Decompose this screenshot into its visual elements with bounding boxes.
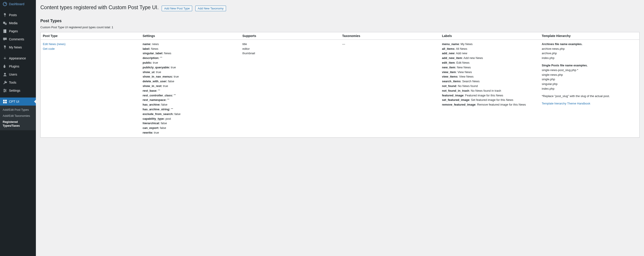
add-new-taxonomy-button[interactable]: Add New Taxonomy bbox=[195, 6, 226, 11]
label-key: not_found_in_trash bbox=[442, 89, 469, 92]
dashboard-icon bbox=[3, 2, 7, 6]
svg-rect-16 bbox=[5, 102, 7, 103]
setting-key: show_ui: bbox=[142, 70, 155, 74]
label-row: all_items: All News bbox=[442, 47, 537, 51]
label-value: : All News bbox=[454, 47, 467, 50]
sidebar-item-settings[interactable]: Settings bbox=[0, 86, 36, 94]
sidebar-item-label: Settings bbox=[9, 89, 20, 92]
col-settings: Settings bbox=[140, 32, 240, 40]
sidebar-item-pages[interactable]: Pages bbox=[0, 27, 36, 35]
submenu-item-add-edit-taxonomies[interactable]: Add/Edit Taxonomies bbox=[0, 113, 36, 119]
setting-value: true bbox=[155, 70, 161, 74]
setting-value: true bbox=[162, 84, 168, 88]
label-value: : Add new News bbox=[462, 56, 483, 60]
edit-post-type-link[interactable]: Edit News (news) bbox=[43, 42, 66, 46]
col-taxonomies: Taxonomies bbox=[340, 32, 440, 40]
col-supports: Supports bbox=[240, 32, 340, 40]
setting-value: false bbox=[160, 103, 168, 106]
setting-row: show_in_nav_menus: true bbox=[142, 74, 238, 79]
sidebar-item-users[interactable]: Users bbox=[0, 70, 36, 78]
setting-key: capability_type: bbox=[142, 117, 164, 120]
label-value: : View News bbox=[456, 70, 472, 74]
sidebar-item-label: Plugins bbox=[9, 64, 19, 68]
setting-row: can_export: false bbox=[142, 126, 238, 130]
sidebar-item-media[interactable]: Media bbox=[0, 19, 36, 27]
setting-value: false bbox=[167, 80, 174, 83]
label-row: edit_item: Edit News bbox=[442, 60, 537, 65]
template-handbook-link[interactable]: Template hierarchy Theme Handbook bbox=[542, 102, 590, 105]
singles-block: Single Posts file name examples.single-n… bbox=[542, 63, 637, 91]
menu-separator bbox=[0, 52, 36, 53]
setting-key: can_export: bbox=[142, 126, 159, 130]
label-key: set_featured_image bbox=[442, 98, 469, 102]
setting-key: description: bbox=[142, 56, 159, 60]
sidebar-item-label: Tools bbox=[9, 81, 16, 84]
cell-settings: name: newslabel: Newssingular_label: New… bbox=[140, 40, 240, 138]
setting-row: publicly_queryable: true bbox=[142, 65, 238, 70]
sidebar-item-label: My News bbox=[9, 46, 22, 49]
label-key: not_found bbox=[442, 84, 456, 88]
template-file: single.php bbox=[542, 77, 637, 82]
sidebar-item-posts[interactable]: Posts bbox=[0, 11, 36, 19]
label-value: : No News found bbox=[456, 84, 478, 88]
supports-item: thumbnail bbox=[242, 51, 338, 56]
submenu-item-registered-types-taxes[interactable]: Registered Types/Taxes bbox=[0, 119, 36, 129]
sidebar-item-comments[interactable]: Comments bbox=[0, 35, 36, 43]
setting-value: News bbox=[163, 52, 171, 55]
setting-value: post bbox=[164, 117, 171, 120]
label-row: not_found: No News found bbox=[442, 84, 537, 88]
pin-icon bbox=[3, 45, 7, 50]
template-file: index.php bbox=[542, 86, 637, 91]
sidebar-item-dashboard[interactable]: Dashboard bbox=[0, 0, 36, 8]
sidebar-item-my-news[interactable]: My News bbox=[0, 43, 36, 51]
setting-value: false bbox=[160, 122, 167, 125]
setting-key: rest_controller_class: bbox=[142, 94, 173, 97]
sidebar-item-label: Users bbox=[9, 73, 17, 76]
sidebar-item-tools[interactable]: Tools bbox=[0, 78, 36, 86]
label-row: add_new: Add new bbox=[442, 51, 537, 56]
label-row: menu_name: My News bbox=[442, 42, 537, 47]
page-title: Content types registered with Custom Pos… bbox=[40, 2, 159, 12]
sidebar-item-appearance[interactable]: Appearance bbox=[0, 54, 36, 62]
svg-rect-14 bbox=[5, 100, 7, 101]
appearance-icon bbox=[3, 56, 7, 60]
sidebar-item-cpt-ui[interactable]: CPT UI bbox=[0, 98, 36, 106]
label-value: : My News bbox=[459, 42, 473, 46]
template-file: archive-news.php bbox=[542, 47, 637, 51]
svg-point-5 bbox=[4, 58, 6, 59]
supports-item: title bbox=[242, 42, 338, 47]
svg-point-6 bbox=[4, 73, 6, 75]
setting-row: has_archive_string: "" bbox=[142, 107, 238, 112]
table-row: Edit News (news) Get code name: newslabe… bbox=[40, 40, 639, 138]
setting-row: label: News bbox=[142, 47, 238, 51]
sidebar-item-label: Media bbox=[9, 21, 18, 25]
setting-value: true bbox=[153, 131, 159, 134]
setting-row: description: "" bbox=[142, 56, 238, 60]
pin-icon bbox=[3, 13, 7, 17]
setting-key: delete_with_user: bbox=[142, 80, 167, 83]
template-file: singular.php bbox=[542, 82, 637, 86]
post-types-heading: Post Types bbox=[40, 18, 640, 23]
sidebar-item-label: Comments bbox=[9, 38, 24, 41]
settings-icon bbox=[3, 88, 7, 93]
menu-separator bbox=[0, 96, 36, 96]
archives-title: Archives file name examples. bbox=[542, 42, 637, 47]
label-value: : Remove featured image for this News bbox=[476, 103, 526, 106]
setting-value: true bbox=[173, 75, 179, 78]
svg-rect-9 bbox=[3, 92, 6, 92]
svg-rect-10 bbox=[4, 89, 4, 90]
setting-row: rest_namespace: "" bbox=[142, 98, 238, 102]
cell-taxonomies: — bbox=[340, 40, 440, 138]
setting-row: rest_controller_class: "" bbox=[142, 93, 238, 98]
setting-value: "" bbox=[157, 89, 160, 92]
setting-key: exclude_from_search: bbox=[142, 112, 174, 116]
get-code-link[interactable]: Get code bbox=[43, 47, 55, 50]
svg-rect-8 bbox=[3, 90, 6, 91]
cell-labels: menu_name: My Newsall_items: All Newsadd… bbox=[440, 40, 540, 138]
setting-key: has_archive: bbox=[142, 103, 160, 106]
setting-row: hierarchical: false bbox=[142, 121, 238, 126]
svg-rect-13 bbox=[3, 100, 5, 101]
submenu-item-add-edit-post-types[interactable]: Add/Edit Post Types bbox=[0, 107, 36, 113]
add-new-post-type-button[interactable]: Add New Post Type bbox=[162, 6, 192, 11]
sidebar-item-plugins[interactable]: Plugins bbox=[0, 62, 36, 70]
